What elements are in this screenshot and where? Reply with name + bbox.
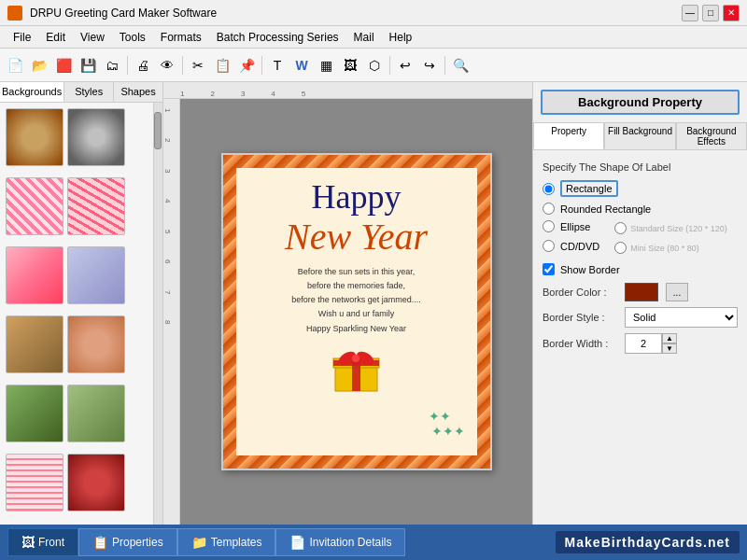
radio-ellipse[interactable]: Ellipse [543, 220, 599, 232]
radio-ellipse-input[interactable] [543, 220, 555, 232]
menu-help[interactable]: Help [382, 29, 420, 46]
toolbar-preview[interactable]: 👁 [156, 54, 178, 77]
border-color-row: Border Color : ... [543, 283, 738, 301]
show-border-label: Show Border [560, 264, 620, 275]
card-newyear-text: New Year [285, 217, 428, 258]
toolbar-save2[interactable]: 🗂 [101, 54, 123, 77]
size-standard-label: Standard Size (120 * 120) [630, 224, 727, 233]
toolbar-sep-3 [261, 56, 262, 75]
size-standard[interactable]: Standard Size (120 * 120) [614, 222, 727, 234]
svg-point-6 [352, 355, 359, 362]
radio-rounded-label: Rounded Rectangle [560, 203, 651, 215]
toolbar-zoom-in[interactable]: 🔍 [449, 54, 472, 77]
scrollbar-handle[interactable] [154, 112, 162, 149]
border-width-input[interactable] [625, 333, 662, 354]
menu-file[interactable]: File [6, 29, 38, 46]
window-controls: — □ ✕ [682, 5, 740, 21]
close-button[interactable]: ✕ [723, 5, 740, 21]
left-panel: Backgrounds Styles Shapes [0, 82, 163, 525]
thumbnail-1[interactable] [6, 108, 63, 166]
tab-property[interactable]: Property [533, 122, 604, 149]
toolbar-wordart[interactable]: W [290, 54, 313, 77]
btn-properties-label: Properties [112, 536, 163, 549]
btn-properties[interactable]: 📋 Properties [78, 528, 177, 556]
toolbar-image[interactable]: 🖼 [339, 54, 361, 77]
thumbnail-2[interactable] [67, 108, 125, 166]
toolbar-paste[interactable]: 📌 [235, 54, 258, 77]
border-style-select[interactable]: Solid Dashed Dotted Double [625, 307, 738, 328]
greeting-card[interactable]: Happy New Year Before the sun sets in th… [221, 153, 492, 470]
border-color-swatch[interactable] [625, 283, 658, 301]
menu-formats[interactable]: Formats [153, 29, 209, 46]
thumbnail-11[interactable] [6, 454, 63, 511]
watermark-text: MakeBirthdayCards.net [556, 531, 740, 553]
thumbnail-8[interactable] [67, 315, 125, 373]
radio-cddvd[interactable]: CD/DVD [543, 240, 599, 252]
thumbnail-6[interactable] [67, 246, 125, 304]
menu-mail[interactable]: Mail [346, 29, 382, 46]
tab-fill-background[interactable]: Fill Background [604, 122, 675, 149]
title-bar: DRPU Greeting Card Maker Software — □ ✕ [0, 0, 747, 26]
toolbar-text[interactable]: T [266, 54, 289, 77]
radio-rectangle-input[interactable] [543, 183, 555, 195]
thumbnail-9[interactable] [6, 385, 63, 442]
toolbar-open[interactable]: 📂 [28, 54, 50, 77]
thumbnail-12[interactable] [67, 454, 125, 511]
radio-rounded-input[interactable] [543, 203, 555, 215]
menu-edit[interactable]: Edit [38, 29, 73, 46]
horizontal-ruler: 1 2 3 4 5 [163, 82, 532, 99]
toolbar-save[interactable]: 💾 [77, 54, 99, 77]
card-happy-text: Happy [312, 179, 402, 217]
spinner-buttons: ▲ ▼ [662, 333, 677, 354]
thumbnail-10[interactable] [67, 385, 125, 442]
radio-rounded-rectangle[interactable]: Rounded Rectangle [543, 203, 738, 215]
border-width-spinner: ▲ ▼ [625, 333, 677, 354]
thumbnail-5[interactable] [6, 246, 63, 304]
border-color-label: Border Color : [543, 287, 617, 298]
tab-styles[interactable]: Styles [64, 82, 114, 102]
radio-cddvd-input[interactable] [543, 240, 555, 252]
templates-icon: 📁 [191, 535, 207, 550]
btn-front[interactable]: 🖼 Front [7, 528, 78, 556]
tab-shapes[interactable]: Shapes [114, 82, 162, 102]
radio-mini-input[interactable] [614, 242, 627, 254]
menu-bar: File Edit View Tools Formats Batch Proce… [0, 26, 747, 49]
center-area: 1 2 3 4 5 1 2 3 4 5 6 7 8 [163, 82, 532, 525]
thumbnail-4[interactable] [67, 177, 125, 235]
show-border-checkbox[interactable] [543, 263, 555, 275]
toolbar-print[interactable]: 🖨 [132, 54, 154, 77]
border-color-picker-btn[interactable]: ... [666, 283, 688, 301]
properties-icon: 📋 [92, 535, 108, 550]
menu-batch[interactable]: Batch Processing Series [209, 29, 346, 46]
btn-invitation-details[interactable]: 📄 Invitation Details [275, 528, 405, 556]
minimize-button[interactable]: — [682, 5, 698, 21]
toolbar-shape[interactable]: ⬡ [363, 54, 386, 77]
spinner-up[interactable]: ▲ [662, 333, 677, 343]
btn-templates[interactable]: 📁 Templates [177, 528, 276, 556]
thumbnail-7[interactable] [6, 315, 63, 373]
toolbar-new[interactable]: 📄 [4, 54, 26, 77]
thumbnail-scrollbar[interactable] [153, 103, 162, 525]
radio-rectangle[interactable]: Rectangle [543, 180, 738, 197]
decorative-stars: ✦✦ ✦✦✦ [429, 409, 466, 439]
shape-radio-group: Rectangle Rounded Rectangle Ellipse [543, 180, 738, 254]
btn-front-label: Front [38, 536, 64, 549]
toolbar-copy[interactable]: 📋 [211, 54, 233, 77]
show-border-row[interactable]: Show Border [543, 263, 738, 275]
toolbar-redo[interactable]: ↪ [418, 54, 441, 77]
toolbar-close-red[interactable]: 🟥 [52, 54, 75, 77]
menu-tools[interactable]: Tools [112, 29, 153, 46]
spinner-down[interactable]: ▼ [662, 343, 677, 354]
radio-standard-input[interactable] [614, 222, 627, 234]
size-mini[interactable]: Mini Size (80 * 80) [614, 242, 727, 254]
thumbnail-3[interactable] [6, 177, 63, 235]
thumbnail-grid [0, 103, 153, 525]
main-area: Backgrounds Styles Shapes [0, 82, 747, 525]
toolbar-cut[interactable]: ✂ [187, 54, 209, 77]
maximize-button[interactable]: □ [702, 5, 719, 21]
toolbar-barcode[interactable]: ▦ [315, 54, 337, 77]
tab-backgrounds[interactable]: Backgrounds [0, 82, 64, 102]
toolbar-undo[interactable]: ↩ [394, 54, 416, 77]
menu-view[interactable]: View [73, 29, 112, 46]
tab-background-effects[interactable]: Background Effects [676, 122, 747, 149]
